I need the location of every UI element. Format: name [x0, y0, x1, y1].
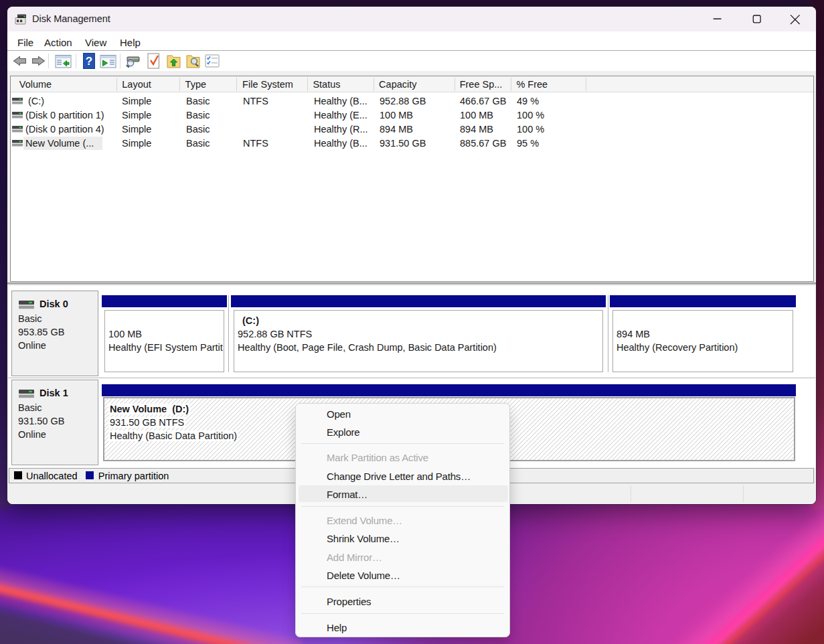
svg-text:?: ?: [86, 55, 92, 68]
